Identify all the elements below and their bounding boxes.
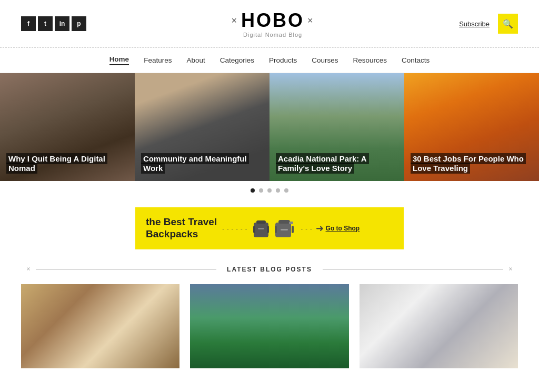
logo-text[interactable]: HOBO xyxy=(241,9,304,32)
hero-card-4[interactable]: 30 Best Jobs For People Who Love Traveli… xyxy=(404,73,539,181)
hero-card-1-overlay: Why I Quit Being A Digital Nomad xyxy=(0,149,135,182)
latest-posts-section: × LATEST BLOG POSTS × xyxy=(0,249,539,284)
hero-card-2-overlay: Community and Meaningful Work xyxy=(135,149,270,182)
svg-rect-8 xyxy=(275,226,277,233)
header-right: Subscribe 🔍 xyxy=(459,14,518,34)
svg-rect-9 xyxy=(292,226,294,233)
nav-item-products[interactable]: Products xyxy=(269,56,297,64)
hero-card-4-title: 30 Best Jobs For People Who Love Traveli… xyxy=(411,153,526,174)
logo-prefix-x: × xyxy=(232,15,238,26)
dot-5[interactable] xyxy=(284,188,288,193)
backpack-icons xyxy=(252,217,295,239)
instagram-icon[interactable]: in xyxy=(55,16,69,31)
section-x-left: × xyxy=(21,265,36,274)
svg-rect-2 xyxy=(258,228,264,229)
search-icon: 🔍 xyxy=(503,19,513,29)
backpack-1-icon xyxy=(252,217,271,239)
logo-suffix-x: × xyxy=(307,15,314,26)
blog-card-3[interactable] xyxy=(360,284,518,368)
blog-card-2[interactable] xyxy=(190,284,348,368)
dot-4[interactable] xyxy=(276,188,280,193)
blog-card-1[interactable] xyxy=(21,284,179,368)
svg-rect-4 xyxy=(267,226,269,233)
hero-card-3-overlay: Acadia National Park: A Family's Love St… xyxy=(270,149,404,182)
main-nav: Home Features About Categories Products … xyxy=(0,48,539,73)
dot-1[interactable] xyxy=(251,188,255,193)
subscribe-link[interactable]: Subscribe xyxy=(459,20,490,28)
backpack-2-icon xyxy=(273,217,295,239)
svg-rect-10 xyxy=(289,222,293,224)
latest-posts-title: LATEST BLOG POSTS xyxy=(216,266,323,273)
blog-card-2-image xyxy=(190,284,348,368)
slider-dots xyxy=(0,181,539,198)
twitter-icon[interactable]: t xyxy=(38,16,53,31)
section-line-left xyxy=(36,269,216,270)
hero-slider: Why I Quit Being A Digital Nomad Communi… xyxy=(0,73,539,181)
hero-card-4-overlay: 30 Best Jobs For People Who Love Traveli… xyxy=(404,149,539,182)
blog-card-1-image xyxy=(21,284,179,368)
logo-subtitle: Digital Nomad Blog xyxy=(232,32,314,38)
blog-card-3-image xyxy=(360,284,518,368)
banner-dashes: - - - - - - xyxy=(222,225,247,232)
nav-item-courses[interactable]: Courses xyxy=(312,56,338,64)
svg-rect-0 xyxy=(254,223,268,237)
banner-cta-label[interactable]: Go to Shop xyxy=(326,225,360,232)
nav-item-resources[interactable]: Resources xyxy=(353,56,387,64)
section-x-right: × xyxy=(503,265,518,274)
hero-card-3-title: Acadia National Park: A Family's Love St… xyxy=(276,153,369,174)
blog-grid xyxy=(0,284,539,384)
dot-3[interactable] xyxy=(267,188,272,193)
hero-card-1-title: Why I Quit Being A Digital Nomad xyxy=(6,153,107,174)
nav-item-home[interactable]: Home xyxy=(109,55,129,65)
pinterest-icon[interactable]: p xyxy=(72,16,86,31)
social-icons: f t in p xyxy=(21,16,86,31)
arrow-icon: ➜ xyxy=(316,223,324,234)
svg-rect-1 xyxy=(256,220,266,224)
hero-card-2[interactable]: Community and Meaningful Work xyxy=(135,73,270,181)
svg-rect-7 xyxy=(281,229,288,230)
svg-rect-3 xyxy=(253,226,255,233)
search-button[interactable]: 🔍 xyxy=(498,14,518,34)
banner-text: the Best TravelBackpacks xyxy=(146,216,217,240)
nav-item-contacts[interactable]: Contacts xyxy=(402,56,430,64)
nav-item-about[interactable]: About xyxy=(186,56,205,64)
logo: × HOBO × Digital Nomad Blog xyxy=(232,9,314,38)
hero-card-3[interactable]: Acadia National Park: A Family's Love St… xyxy=(270,73,404,181)
dot-2[interactable] xyxy=(259,188,263,193)
banner-dashes-2: - - - xyxy=(301,225,312,232)
banner-cta-area: ➜ Go to Shop xyxy=(316,223,360,234)
section-line-right xyxy=(323,269,503,270)
logo-title: × HOBO × xyxy=(232,9,314,32)
svg-rect-6 xyxy=(278,220,290,224)
nav-item-categories[interactable]: Categories xyxy=(220,56,254,64)
hero-card-1[interactable]: Why I Quit Being A Digital Nomad xyxy=(0,73,135,181)
promo-banner[interactable]: the Best TravelBackpacks - - - - - - - -… xyxy=(135,207,404,249)
nav-item-features[interactable]: Features xyxy=(144,56,172,64)
facebook-icon[interactable]: f xyxy=(21,16,36,31)
header: f t in p × HOBO × Digital Nomad Blog Sub… xyxy=(0,0,539,47)
hero-card-2-title: Community and Meaningful Work xyxy=(141,153,249,174)
